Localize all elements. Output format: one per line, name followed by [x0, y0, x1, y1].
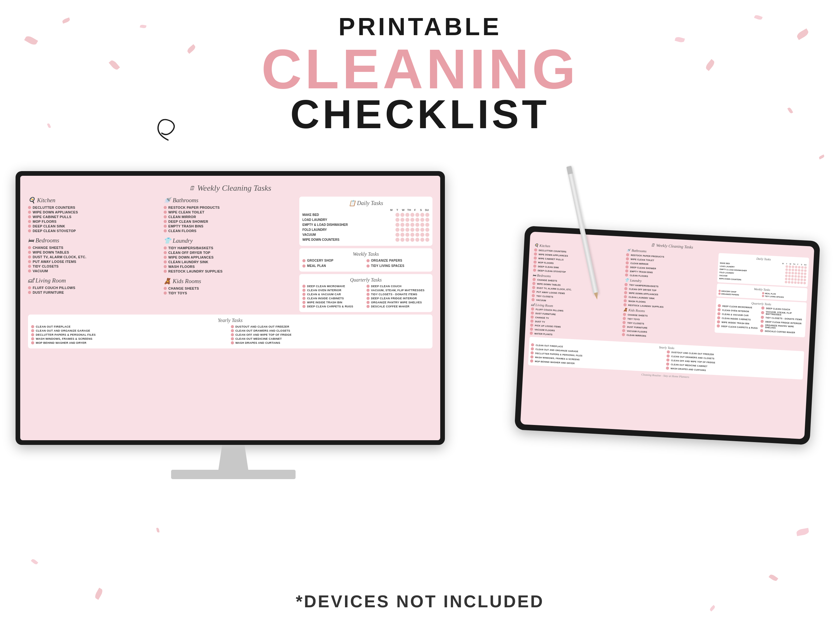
yearly-right: DUSTOUT AND CLEAN OUT FREEZERCLEAN OUT D…	[231, 325, 429, 345]
weekly-tasks-items: GROCERY SHOPORGANIZE PAPERSMEAL PLANTIDY…	[302, 259, 429, 268]
kids-rooms-icon: 🧸	[164, 278, 171, 285]
kids-rooms-items: CHANGE SHEETSTIDY TOYS	[164, 287, 297, 295]
tablet-device: 🗓Weekly Cleaning Tasks 🍳 Kitchen DECLUTT…	[519, 233, 815, 437]
tablet-laundry-items: TIDY HAMPERS/BASKETSCLEAN OFF DRYER TOPW…	[624, 283, 715, 311]
monitor-stand-neck	[215, 445, 252, 470]
monitor-screen: 🗓 Weekly Cleaning Tasks 🍳 Kitchen	[20, 176, 440, 440]
tablet-q-right: DEEP CLEAN COUCHVACUUM, STEAM, FLIP MATT…	[760, 306, 805, 335]
bathrooms-items: RESTOCK PAPER PRODUCTSWIPE CLEAN TOILETC…	[164, 206, 297, 233]
weekly-tasks-title: Weekly Tasks	[302, 251, 429, 257]
kids-rooms-section: 🧸 Kids Rooms CHANGE SHEETSTIDY TOYS	[164, 278, 297, 295]
monitor-document: 🗓 Weekly Cleaning Tasks 🍳 Kitchen	[27, 182, 434, 350]
tablet-q-left: DEEP CLEAN MICROWAVECLEAN OVEN INTERIORC…	[717, 304, 761, 333]
right-column: 📋 Daily Tasks M T W TH	[299, 197, 433, 312]
kids-rooms-header: 🧸 Kids Rooms	[164, 278, 297, 285]
tablet-daily-items: MAKE BEDLOAD LAUNDRYEMPTY & LOAD DISHWAS…	[719, 262, 807, 285]
day-headers: M T W TH F S SU	[302, 208, 429, 212]
bedrooms-section: 🛏 Bedrooms CHANGE SHEETSWIPE DOWN TABLES…	[28, 237, 161, 273]
bathrooms-icon: 🚿	[164, 197, 171, 204]
tablet-bedrooms-items: CHANGE SHEETSWIPE DOWN TABLESDUST TV, AL…	[531, 278, 623, 306]
monitor-device: 🗓 Weekly Cleaning Tasks 🍳 Kitchen	[16, 171, 451, 479]
daily-items: MAKE BEDLOAD LAUNDRYEMPTY & LOAD DISHWAS…	[302, 213, 429, 242]
kitchen-items: DECLUTTER COUNTERSWIPE DOWN APPLIANCESWI…	[28, 206, 161, 233]
bedrooms-icon: 🛏	[28, 237, 34, 244]
checklist-title: CHECKLIST	[0, 91, 840, 137]
quarterly-title: Quarterly Tasks	[302, 277, 429, 283]
living-room-header: 🛋 Living Room	[28, 277, 161, 284]
cleaning-title: CLEANING	[0, 41, 840, 97]
weekly-tasks-panel: Weekly Tasks GROCERY SHOPORGANIZE PAPERS…	[299, 248, 433, 272]
bedrooms-items: CHANGE SHEETSWIPE DOWN TABLESDUST TV, AL…	[28, 246, 161, 273]
tablet-kids-items: CHANGE SHEETSTIDY TOYSTIDY CLOSETSDUST F…	[622, 313, 714, 341]
kitchen-icon: 🍳	[28, 197, 35, 204]
laundry-icon: 👕	[164, 237, 171, 244]
tablet-living-items: FLUFF COUCH PILLOWSDUST FURNITURECHANGE …	[530, 307, 622, 339]
bathrooms-header: 🚿 Bathrooms	[164, 197, 297, 204]
devices-area: 🗓 Weekly Cleaning Tasks 🍳 Kitchen	[0, 171, 840, 591]
yearly-left: CLEAN OUT FIREPLACECLEAN OUT AND ORGANIZ…	[31, 325, 230, 345]
printable-title: PRINTABLE	[0, 13, 840, 41]
quarterly-left: DEEP CLEAN MICROWAVECLEAN OVEN INTERIORC…	[302, 285, 366, 309]
yearly-tasks-panel: Yearly Tasks CLEAN OUT FIREPLACECLEAN OU…	[28, 314, 433, 349]
daily-title: 📋 Daily Tasks	[302, 200, 429, 207]
bathrooms-section: 🚿 Bathrooms RESTOCK PAPER PRODUCTSWIPE C…	[164, 197, 297, 233]
laundry-items: TIDY HAMPERS/BASKETSCLEAN OFF DRYER TOPW…	[164, 246, 297, 273]
monitor-screen-container: 🗓 Weekly Cleaning Tasks 🍳 Kitchen	[16, 171, 445, 445]
left-column: 🍳 Kitchen DECLUTTER COUNTERSWIPE DOWN AP…	[28, 197, 161, 312]
bedrooms-header: 🛏 Bedrooms	[28, 237, 161, 244]
tablet-kitchen-items: DECLUTTER COUNTERSWIPE DOWN APPLIANCESWI…	[533, 248, 625, 276]
middle-column: 🚿 Bathrooms RESTOCK PAPER PRODUCTSWIPE C…	[164, 197, 297, 312]
living-room-icon: 🛋	[28, 277, 34, 284]
tablet-doc: 🗓Weekly Cleaning Tasks 🍳 Kitchen DECLUTT…	[528, 237, 810, 385]
yearly-title: Yearly Tasks	[31, 317, 429, 323]
daily-tasks-panel: 📋 Daily Tasks M T W TH	[299, 197, 433, 246]
kitchen-header: 🍳 Kitchen	[28, 197, 161, 204]
laundry-header: 👕 Laundry	[164, 237, 297, 244]
living-room-items: FLUFF COUCH PILLOWSDUST FURNITURE	[28, 286, 161, 294]
quarterly-right: DEEP CLEAN COUCHVACUUM, STEAM, FLIP MATT…	[366, 285, 429, 309]
footer-text: *DEVICES NOT INCLUDED	[0, 591, 840, 611]
page-header: PRINTABLE CLEANING CHECKLIST	[0, 0, 840, 137]
tablet-body: 🗓Weekly Cleaning Tasks 🍳 Kitchen DECLUTT…	[514, 226, 820, 445]
weekly-title: 🗓 Weekly Cleaning Tasks	[28, 183, 433, 193]
quarterly-tasks-panel: Quarterly Tasks DEEP CLEAN MICROWAVECLEA…	[299, 274, 433, 312]
monitor-stand-base	[171, 470, 295, 479]
living-room-section: 🛋 Living Room FLUFF COUCH PILLOWSDUST FU…	[28, 277, 161, 294]
tablet-screen: 🗓Weekly Cleaning Tasks 🍳 Kitchen DECLUTT…	[520, 232, 814, 439]
footer-label: *DEVICES NOT INCLUDED	[296, 592, 545, 611]
laundry-section: 👕 Laundry TIDY HAMPERS/BASKETSCLEAN OFF …	[164, 237, 297, 273]
kitchen-section: 🍳 Kitchen DECLUTTER COUNTERSWIPE DOWN AP…	[28, 197, 161, 233]
tablet-bathrooms-items: RESTOCK PAPER PRODUCTSWIPE CLEAN TOILETC…	[625, 253, 717, 281]
